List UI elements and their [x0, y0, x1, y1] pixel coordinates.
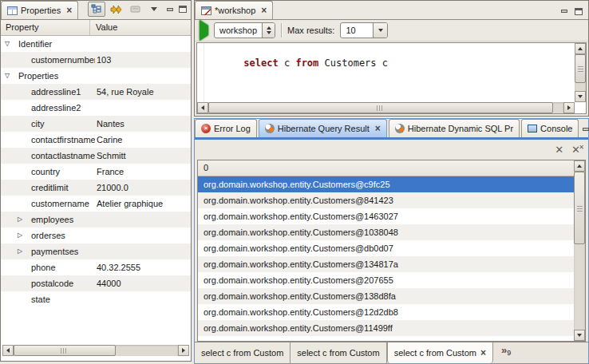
remove-result-icon: ✕ [555, 144, 563, 156]
result-row[interactable]: org.domain.workshop.entity.Customers@114… [198, 320, 574, 336]
property-name: customername [31, 196, 95, 212]
result-row[interactable]: org.domain.workshop.entity.Customers@c9f… [198, 176, 574, 192]
result-row[interactable]: org.domain.workshop.entity.Customers@207… [198, 272, 574, 288]
editor-vscrollbar[interactable] [575, 43, 586, 102]
tab-label: Hibernate Dynamic SQL Pr [408, 124, 513, 133]
close-icon[interactable]: × [66, 6, 72, 14]
property-row[interactable]: phone40.32.2555 [1, 259, 191, 275]
scroll-up-button[interactable] [574, 160, 585, 172]
view-menu-button[interactable] [145, 2, 163, 17]
property-row[interactable]: ▽Properties [1, 68, 191, 84]
expand-twistie-icon[interactable]: ▷ [18, 228, 22, 243]
result-row[interactable]: org.domain.workshop.entity.Customers@138… [198, 288, 574, 304]
scrollbar-thumb[interactable] [575, 54, 586, 83]
tab-workshop-editor[interactable]: *workshop × [195, 1, 273, 19]
property-row[interactable]: ▽Identifier [1, 36, 191, 52]
max-results-combo[interactable]: 10 [340, 22, 388, 38]
column-header-property[interactable]: Property [1, 20, 90, 35]
result-row[interactable]: org.domain.workshop.entity.Customers@db0… [198, 240, 574, 256]
scrollbar-track[interactable] [14, 345, 178, 356]
hql-editor-view: *workshop × workshop Max results: 10 sel… [194, 0, 589, 117]
property-value: Carine [97, 132, 189, 148]
results-column-header[interactable]: 0 [198, 160, 585, 176]
scrollbar-track[interactable] [208, 102, 563, 113]
scroll-down-button[interactable] [574, 330, 585, 341]
run-query-button[interactable] [200, 26, 208, 35]
result-row[interactable]: org.domain.workshop.entity.Customers@134… [198, 256, 574, 272]
property-row[interactable]: countryFrance [1, 164, 191, 180]
tab-console[interactable]: Console [521, 119, 579, 137]
tab-hibernate-query-result[interactable]: Hibernate Query Result × [259, 119, 387, 137]
scroll-left-button[interactable] [2, 345, 14, 356]
spinner-button[interactable] [262, 23, 275, 38]
tab-error-log[interactable]: × Error Log [195, 119, 257, 137]
property-row[interactable]: ▷paymentses [1, 243, 191, 259]
property-row[interactable]: cityNantes [1, 116, 191, 132]
results-toolbar: ✕ ✕✕ [195, 140, 588, 160]
show-advanced-properties-button[interactable] [107, 2, 125, 17]
property-row[interactable]: postalcode44000 [1, 275, 191, 291]
minimize-button[interactable] [164, 5, 176, 14]
remove-all-results-button[interactable]: ✕✕ [571, 144, 580, 155]
results-vscrollbar[interactable] [574, 160, 585, 341]
overflow-chevron-icon: » [501, 344, 507, 356]
editor-hscrollbar[interactable] [197, 102, 575, 113]
result-row[interactable]: org.domain.workshop.entity.Customers@146… [198, 208, 574, 224]
property-row[interactable]: contactfirstnameCarine [1, 132, 191, 148]
property-row[interactable]: creditlimit21000.0 [1, 180, 191, 196]
tab-overflow-chevron[interactable]: »9 [493, 342, 511, 363]
scrollbar-thumb[interactable] [14, 345, 116, 356]
properties-hscrollbar[interactable] [2, 345, 189, 356]
query-text-input[interactable]: select c from Customers c [209, 46, 573, 80]
collapse-twistie-icon[interactable]: ▽ [5, 68, 10, 84]
scroll-right-button[interactable] [178, 345, 189, 356]
scroll-right-button[interactable] [563, 102, 575, 113]
query-result-tab[interactable]: select c from Custom [291, 342, 386, 363]
query-result-tab[interactable]: select c from Custom [195, 342, 291, 363]
close-icon[interactable]: × [480, 347, 486, 358]
property-row[interactable]: ▷orderses [1, 228, 191, 243]
scroll-left-button[interactable] [197, 102, 208, 113]
tree-mode-button[interactable] [88, 2, 105, 17]
property-row[interactable]: state [1, 291, 191, 307]
maximize-icon [575, 8, 583, 15]
properties-tabbar: Properties × [1, 1, 191, 20]
expand-twistie-icon[interactable]: ▷ [18, 212, 22, 228]
minimize-button[interactable] [559, 6, 570, 16]
tab-properties[interactable]: Properties × [1, 1, 78, 19]
expand-twistie-icon[interactable]: ▷ [18, 243, 22, 259]
result-row[interactable]: org.domain.workshop.entity.Customers@103… [198, 224, 574, 240]
query-tab-label: select c from Custom [394, 348, 476, 358]
restore-default-value-button[interactable] [126, 2, 144, 17]
scrollbar-thumb[interactable] [574, 172, 585, 244]
tab-hibernate-dynamic-sql[interactable]: Hibernate Dynamic SQL Pr [389, 119, 520, 137]
maximize-button[interactable] [177, 5, 188, 14]
close-icon[interactable]: × [261, 6, 267, 14]
property-row[interactable]: contactlastnameSchmitt [1, 148, 191, 164]
scroll-down-button[interactable] [575, 91, 586, 102]
property-value: France [97, 164, 189, 180]
property-row[interactable]: customernumber103 [1, 52, 191, 68]
scrollbar-thumb[interactable] [208, 102, 553, 113]
scrollbar-track[interactable] [575, 54, 586, 91]
dropdown-button[interactable] [373, 23, 387, 38]
max-results-value: 10 [341, 23, 373, 38]
property-value: Schmitt [97, 148, 189, 164]
property-name: city [31, 116, 95, 132]
property-row[interactable]: customernameAtelier graphique [1, 196, 191, 212]
minimize-button[interactable] [580, 125, 589, 134]
result-row[interactable]: org.domain.workshop.entity.Customers@12d… [198, 304, 574, 320]
maximize-button[interactable] [573, 6, 584, 16]
column-header-value[interactable]: Value [90, 20, 117, 35]
property-row[interactable]: addressline2 [1, 100, 191, 116]
scroll-up-button[interactable] [575, 43, 586, 54]
collapse-twistie-icon[interactable]: ▽ [5, 36, 10, 52]
property-row[interactable]: ▷employees [1, 212, 191, 228]
result-row[interactable]: org.domain.workshop.entity.Customers@841… [198, 192, 574, 208]
scrollbar-track[interactable] [574, 172, 585, 330]
remove-result-button[interactable]: ✕ [555, 144, 563, 155]
configuration-combo[interactable]: workshop [214, 22, 275, 38]
property-row[interactable]: addressline154, rue Royale [1, 84, 191, 100]
query-result-tab[interactable]: select c from Custom× [387, 342, 493, 363]
close-icon[interactable]: × [375, 125, 381, 133]
